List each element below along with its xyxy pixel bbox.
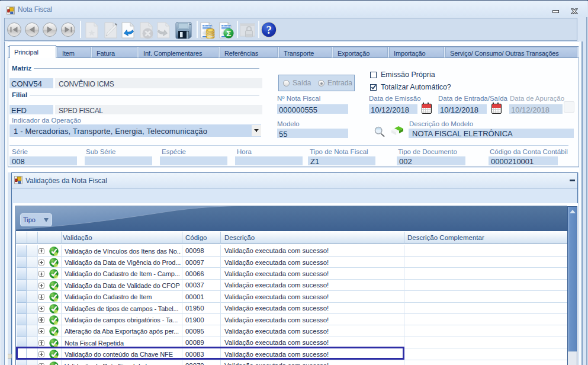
- svg-text:?: ?: [266, 24, 272, 36]
- svg-text:Σ: Σ: [226, 29, 231, 38]
